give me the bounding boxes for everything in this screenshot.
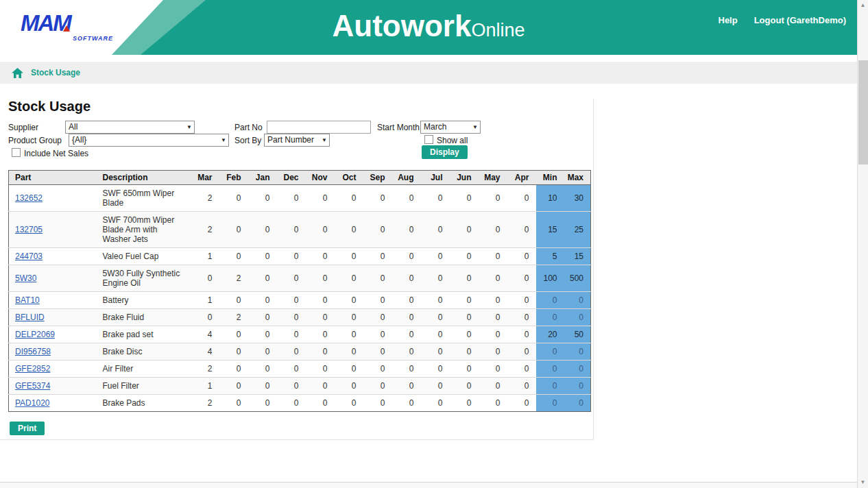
stock-table-body: 132652SWF 650mm Wiper Blade2000000000001… (9, 185, 591, 412)
part-cell: BFLUID (9, 309, 100, 326)
table-row: 132652SWF 650mm Wiper Blade2000000000001… (9, 185, 591, 212)
scroll-up-icon[interactable]: ▲ (858, 0, 868, 11)
month-value-cell: 0 (248, 343, 277, 361)
month-value-cell: 0 (421, 309, 450, 326)
print-button[interactable]: Print (10, 422, 45, 435)
month-value-cell: 0 (479, 309, 507, 326)
part-link[interactable]: 244703 (15, 252, 43, 261)
table-row: GFE5374Fuel Filter10000000000000 (9, 378, 591, 395)
description-cell: Valeo Fuel Cap (100, 248, 191, 265)
table-row: BAT10Battery10000000000000 (9, 292, 591, 309)
column-header-part: Part (9, 171, 100, 185)
help-link[interactable]: Help (719, 15, 738, 25)
month-value-cell: 0 (306, 361, 335, 378)
part-link[interactable]: DI956758 (15, 347, 51, 356)
month-value-cell: 2 (191, 185, 219, 212)
month-value-cell: 2 (219, 265, 248, 292)
month-value-cell: 0 (392, 185, 421, 212)
table-row: GFE2852Air Filter20000000000000 (9, 361, 591, 378)
month-value-cell: 0 (363, 326, 392, 343)
part-link[interactable]: GFE5374 (15, 381, 50, 391)
part-link[interactable]: PAD1020 (15, 398, 49, 408)
month-value-cell: 0 (306, 265, 335, 292)
month-value-cell: 0 (421, 265, 450, 292)
header-links: Help Logout (GarethDemo) (719, 15, 847, 25)
month-value-cell: 0 (392, 309, 421, 326)
month-value-cell: 0 (392, 361, 421, 378)
month-value-cell: 4 (191, 343, 219, 361)
sort-by-selected-value: Part Number (267, 135, 314, 145)
start-month-select[interactable]: March ▼ (420, 121, 481, 134)
supplier-select[interactable]: All ▼ (65, 121, 195, 134)
month-value-cell: 0 (363, 292, 392, 309)
month-value-cell: 0 (277, 343, 306, 361)
month-value-cell: 0 (392, 343, 421, 361)
main-content: Stock Usage Supplier All ▼ Part No Start… (0, 99, 594, 440)
max-cell: 0 (564, 395, 591, 412)
month-value-cell: 0 (219, 343, 248, 361)
part-cell: 132652 (9, 185, 100, 212)
show-all-checkbox[interactable] (424, 135, 433, 144)
month-value-cell: 0 (479, 361, 507, 378)
month-value-cell: 2 (191, 361, 219, 378)
product-group-select[interactable]: {All} ▼ (69, 134, 229, 147)
breadcrumb-stock-usage[interactable]: Stock Usage (31, 68, 80, 77)
month-value-cell: 0 (335, 326, 363, 343)
month-value-cell: 0 (306, 378, 335, 395)
month-value-cell: 0 (219, 248, 248, 265)
logout-link[interactable]: Logout (GarethDemo) (754, 15, 846, 25)
month-value-cell: 0 (248, 212, 277, 248)
column-header-aug: Aug (392, 171, 421, 185)
page: MAM SOFTWARE AutoworkOnline Help Logout … (0, 0, 857, 482)
table-row: 132705SWF 700mm Wiper Blade Arm with Was… (9, 212, 591, 248)
horizontal-scrollbar[interactable] (0, 482, 857, 488)
month-value-cell: 0 (277, 326, 306, 343)
column-header-jul: Jul (421, 171, 450, 185)
part-link[interactable]: BFLUID (15, 313, 45, 322)
table-row: 244703Valeo Fuel Cap100000000000515 (9, 248, 591, 265)
max-cell: 50 (564, 326, 591, 343)
part-no-input[interactable] (267, 121, 371, 134)
month-value-cell: 0 (507, 185, 536, 212)
part-link[interactable]: 5W30 (15, 273, 36, 283)
scroll-down-icon[interactable]: ▼ (858, 477, 868, 488)
column-header-may: May (479, 171, 507, 185)
month-value-cell: 0 (479, 212, 507, 248)
sort-by-select[interactable]: Part Number ▼ (264, 134, 330, 147)
vertical-scrollbar-thumb[interactable] (858, 60, 868, 164)
month-value-cell: 0 (306, 248, 335, 265)
month-value-cell: 0 (421, 326, 450, 343)
month-value-cell: 2 (191, 212, 219, 248)
part-link[interactable]: 132652 (15, 193, 43, 203)
month-value-cell: 0 (248, 292, 277, 309)
home-icon[interactable] (12, 68, 23, 78)
min-cell: 100 (536, 265, 564, 292)
part-link[interactable]: DELP2069 (15, 330, 55, 339)
month-value-cell: 0 (335, 343, 363, 361)
display-button[interactable]: Display (422, 145, 468, 159)
part-link[interactable]: GFE2852 (15, 364, 50, 374)
description-cell: Fuel Filter (100, 378, 191, 395)
max-cell: 0 (564, 292, 591, 309)
month-value-cell: 0 (479, 185, 507, 212)
include-net-sales-checkbox[interactable] (12, 148, 21, 157)
column-header-max: Max (564, 171, 591, 185)
part-link[interactable]: BAT10 (15, 295, 40, 305)
max-cell: 0 (564, 361, 591, 378)
min-cell: 0 (536, 309, 564, 326)
column-header-jan: Jan (248, 171, 277, 185)
min-cell: 0 (536, 378, 564, 395)
month-value-cell: 0 (363, 361, 392, 378)
month-value-cell: 0 (191, 309, 219, 326)
month-value-cell: 0 (219, 212, 248, 248)
show-all-label: Show all (437, 136, 468, 145)
vertical-scrollbar[interactable]: ▲ ▼ (857, 0, 868, 488)
min-cell: 5 (536, 248, 564, 265)
start-month-selected-value: March (424, 122, 446, 132)
month-value-cell: 0 (335, 361, 363, 378)
month-value-cell: 0 (392, 395, 421, 412)
month-value-cell: 0 (248, 185, 277, 212)
chevron-down-icon: ▼ (322, 138, 327, 143)
part-link[interactable]: 132705 (15, 225, 43, 234)
month-value-cell: 0 (248, 395, 277, 412)
